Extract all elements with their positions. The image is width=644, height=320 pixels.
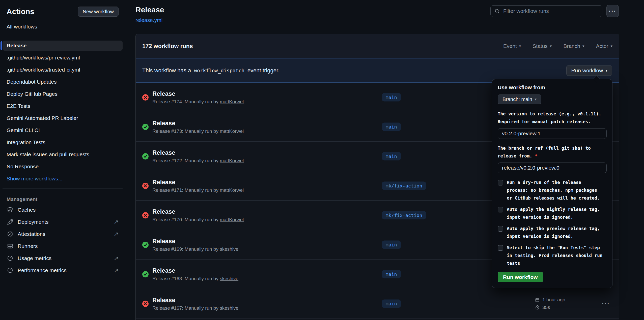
- run-status-icon: [142, 124, 149, 130]
- preview-tag-checkbox-row: Auto apply the preview release tag, inpu…: [498, 225, 607, 240]
- run-actor-link[interactable]: mattKorwel: [220, 129, 244, 134]
- sidebar-item-no-response[interactable]: No Response: [0, 161, 125, 173]
- run-status-icon: [142, 212, 149, 218]
- filter-status[interactable]: Status▾: [533, 43, 552, 49]
- sidebar-item-dependabot-updates[interactable]: Dependabot Updates: [0, 76, 125, 88]
- actions-sidebar: Actions New workflow All workflows Relea…: [0, 0, 125, 320]
- chevron-down-icon: ▾: [519, 44, 521, 48]
- runs-list-header: 172 workflow runs Event▾ Status▾ Branch▾…: [136, 34, 619, 58]
- run-title-link[interactable]: Release: [152, 149, 244, 156]
- sidebar-item-usage-metrics[interactable]: Usage metrics ↗: [0, 252, 125, 264]
- branch-badge[interactable]: main: [382, 152, 401, 161]
- selected-accent-bar: [1, 41, 2, 50]
- sidebar-item-integration-tests[interactable]: Integration Tests: [0, 136, 125, 148]
- run-title-link[interactable]: Release: [152, 179, 244, 186]
- preview-tag-checkbox[interactable]: [498, 226, 503, 232]
- rocket-icon: [7, 218, 14, 226]
- skip-tests-checkbox-row: Select to skip the "Run Tests" step in t…: [498, 244, 607, 267]
- branch-badge[interactable]: main: [382, 93, 401, 102]
- runs-filters: Event▾ Status▾ Branch▾ Actor▾: [503, 43, 612, 49]
- branch-badge[interactable]: main: [382, 270, 401, 278]
- sidebar-divider: [3, 36, 123, 36]
- sidebar-item-e2e-tests[interactable]: E2E Tests: [0, 100, 125, 112]
- run-actor-link[interactable]: skeshive: [220, 305, 238, 311]
- branch-selector-button[interactable]: Branch: main ▾: [498, 94, 541, 104]
- required-asterisk: *: [535, 153, 538, 158]
- dry-run-checkbox[interactable]: [498, 180, 503, 185]
- dialog-heading: Use workflow from: [498, 84, 607, 90]
- run-title-link[interactable]: Release: [152, 120, 244, 127]
- run-title-link[interactable]: Release: [152, 297, 238, 304]
- run-title-link[interactable]: Release: [152, 267, 238, 274]
- branch-badge[interactable]: mk/fix-action: [382, 211, 426, 219]
- ref-input[interactable]: [498, 163, 607, 173]
- calendar-icon: [535, 297, 540, 302]
- sidebar-item-gemini-cli-ci[interactable]: Gemini CLI CI: [0, 124, 125, 136]
- sidebar-item-deploy-github-pages[interactable]: Deploy GitHub Pages: [0, 88, 125, 100]
- branch-badge[interactable]: main: [382, 300, 401, 308]
- chevron-down-icon: ▾: [605, 68, 607, 73]
- filter-branch[interactable]: Branch▾: [563, 43, 584, 49]
- run-title-link[interactable]: Release: [152, 90, 244, 97]
- run-actor-link[interactable]: mattKorwel: [220, 217, 244, 222]
- run-duration: 35s: [535, 305, 565, 310]
- filter-actor[interactable]: Actor▾: [596, 43, 612, 49]
- sidebar-divider: [3, 188, 123, 188]
- branch-badge[interactable]: main: [382, 241, 401, 249]
- run-description: Release #167: Manually run by skeshive: [152, 305, 238, 311]
- cache-icon: [7, 206, 14, 213]
- sidebar-title: Actions: [7, 7, 34, 16]
- external-link-icon: ↗: [114, 255, 119, 262]
- run-description: Release #174: Manually run by mattKorwel: [152, 99, 244, 105]
- workflow-run-row[interactable]: Release Release #167: Manually run by sk…: [136, 289, 619, 318]
- run-workflow-submit-button[interactable]: Run workflow: [498, 272, 543, 282]
- run-actor-link[interactable]: mattKorwel: [220, 158, 244, 163]
- external-link-icon: ↗: [114, 231, 119, 238]
- filter-event[interactable]: Event▾: [503, 43, 521, 49]
- branch-badge[interactable]: main: [382, 123, 401, 131]
- chevron-down-icon: ▾: [535, 97, 537, 102]
- meter-icon: [7, 267, 14, 274]
- run-actor-link[interactable]: mattKorwel: [220, 99, 244, 104]
- sidebar-item-mark-stale[interactable]: Mark stale issues and pull requests: [0, 148, 125, 161]
- sidebar-item-attestations[interactable]: Attestations ↗: [0, 228, 125, 240]
- workflow-run-row: [136, 318, 619, 320]
- server-icon: [7, 243, 14, 250]
- run-workflow-dropdown-button[interactable]: Run workflow ▾: [566, 65, 612, 76]
- version-input[interactable]: [498, 128, 607, 139]
- run-actor-link[interactable]: skeshive: [220, 276, 238, 281]
- run-description: Release #169: Manually run by skeshive: [152, 246, 238, 252]
- sidebar-item-release[interactable]: Release: [0, 40, 125, 52]
- run-status-icon: [142, 153, 149, 159]
- run-overflow-menu-button[interactable]: ···: [602, 300, 610, 308]
- ref-field-description: The branch or ref (full git sha) to rele…: [498, 144, 607, 160]
- run-status-icon: [142, 183, 149, 189]
- sidebar-item-gemini-pr-labeler[interactable]: Gemini Automated PR Labeler: [0, 112, 125, 124]
- run-status-icon: [142, 242, 149, 248]
- sidebar-item-pr-review[interactable]: .github/workflows/pr-review.yml: [0, 52, 125, 64]
- sidebar-item-performance-metrics[interactable]: Performance metrics ↗: [0, 264, 125, 276]
- run-workflow-dialog: Use workflow from Branch: main ▾ The ver…: [492, 79, 612, 288]
- run-description: Release #173: Manually run by mattKorwel: [152, 129, 244, 134]
- sidebar-item-runners[interactable]: Runners: [0, 240, 125, 252]
- branch-badge[interactable]: mk/fix-action: [382, 182, 426, 190]
- workflow-dispatch-code: workflow_dispatch: [192, 68, 246, 74]
- run-title-link[interactable]: Release: [152, 208, 244, 215]
- workflow-file-link[interactable]: release.yml: [135, 17, 162, 23]
- run-title-link[interactable]: Release: [152, 238, 238, 245]
- sidebar-item-caches[interactable]: Caches: [0, 204, 125, 216]
- sidebar-item-trusted-ci[interactable]: .github/workflows/trusted-ci.yml: [0, 64, 125, 76]
- chevron-down-icon: ▾: [582, 44, 584, 48]
- new-workflow-button[interactable]: New workflow: [78, 7, 119, 17]
- filter-workflow-runs-input[interactable]: [503, 8, 599, 14]
- workflow-overflow-menu-button[interactable]: ···: [606, 5, 619, 17]
- sidebar-item-deployments[interactable]: Deployments ↗: [0, 216, 125, 228]
- chevron-down-icon: ▾: [550, 44, 552, 48]
- run-actor-link[interactable]: skeshive: [220, 246, 238, 252]
- nightly-tag-checkbox[interactable]: [498, 207, 503, 212]
- sidebar-item-all-workflows[interactable]: All workflows: [0, 21, 125, 32]
- chevron-down-icon: ▾: [610, 44, 612, 48]
- show-more-workflows-link[interactable]: Show more workflows...: [0, 173, 125, 185]
- skip-tests-checkbox[interactable]: [498, 245, 503, 251]
- run-actor-link[interactable]: mattKorwel: [220, 187, 244, 193]
